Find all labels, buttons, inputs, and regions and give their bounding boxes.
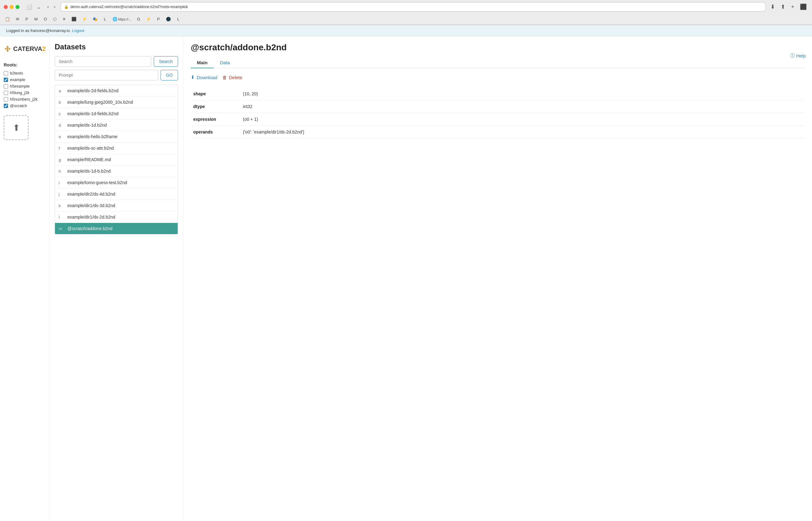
dataset-row-e[interactable]: e example/ds-hello.b2frame bbox=[55, 131, 178, 142]
root-item-scratch[interactable]: @scratch bbox=[4, 103, 46, 109]
tab-overview-button[interactable]: ⬛ bbox=[798, 3, 808, 11]
tab-favicon-14: P bbox=[157, 17, 160, 21]
dataset-row-d[interactable]: d example/ds-1d.b2nd bbox=[55, 119, 178, 131]
back-button[interactable]: ‹ bbox=[45, 3, 51, 10]
row-letter: m bbox=[59, 226, 64, 231]
tab-9[interactable]: 🎭 bbox=[90, 16, 100, 23]
tab-main[interactable]: Main bbox=[191, 58, 214, 68]
row-letter: e bbox=[59, 134, 64, 139]
metadata-key-dtype: dtype bbox=[191, 100, 240, 113]
share-button[interactable]: ⬆ bbox=[779, 3, 787, 11]
root-checkbox-scratch[interactable] bbox=[4, 104, 8, 108]
dataset-row-h[interactable]: h example/ds-1d-b.b2nd bbox=[55, 165, 178, 177]
traffic-lights bbox=[4, 5, 20, 9]
row-letter: j bbox=[59, 192, 64, 197]
dataset-row-l[interactable]: l example/dir1/ds-2d.b2nd bbox=[55, 211, 178, 223]
download-button[interactable]: ⬇ Download bbox=[191, 74, 217, 80]
upload-area[interactable]: ⬆ bbox=[4, 115, 28, 140]
go-button[interactable]: GO bbox=[160, 70, 178, 81]
search-button[interactable]: Search bbox=[154, 56, 178, 67]
tab-data[interactable]: Data bbox=[214, 58, 236, 68]
tab-8[interactable]: ⚡ bbox=[80, 16, 89, 23]
row-letter: i bbox=[59, 180, 64, 185]
tab-11[interactable]: 🌐https://... bbox=[110, 16, 134, 23]
tab-6[interactable]: ✕ bbox=[60, 16, 68, 23]
root-label-h5example: h5example bbox=[10, 84, 30, 89]
tab-15[interactable]: 🌑 bbox=[163, 16, 173, 23]
new-tab-button[interactable]: + bbox=[789, 3, 796, 11]
root-label-h5lung: h5lung_j2k bbox=[10, 90, 29, 95]
delete-button[interactable]: 🗑 Delete bbox=[222, 74, 242, 80]
row-name: example/lung-jpeg2000_10x.b2nd bbox=[67, 100, 133, 105]
tab-favicon-8: ⚡ bbox=[82, 17, 87, 21]
dataset-row-m[interactable]: m @scratch/addone.b2nd bbox=[55, 223, 178, 234]
root-item-h5example[interactable]: h5example bbox=[4, 83, 46, 89]
trash-icon: 🗑 bbox=[222, 75, 227, 80]
root-item-h5lung_j2k[interactable]: h5lung_j2k bbox=[4, 89, 46, 96]
tab-favicon-1: ✉ bbox=[16, 17, 19, 21]
dataset-row-j[interactable]: j example/dir2/ds-4d.b2nd bbox=[55, 188, 178, 200]
datasets-title: Datasets bbox=[55, 43, 178, 51]
tab-10[interactable]: L bbox=[101, 16, 109, 23]
sidebar-toggle-button[interactable]: ⬜ bbox=[25, 3, 34, 10]
tab-favicon-16: L bbox=[177, 17, 179, 21]
tab-16[interactable]: L bbox=[174, 16, 183, 23]
tab-2[interactable]: P bbox=[22, 16, 31, 23]
dataset-row-i[interactable]: i example/tomo-guess-test.b2nd bbox=[55, 177, 178, 188]
dataset-row-a[interactable]: a example/ds-2d-fields.b2nd bbox=[55, 85, 178, 96]
metadata-value-dtype: int32 bbox=[240, 100, 805, 113]
root-label-b2tests: b2tests bbox=[10, 71, 23, 75]
tab-13[interactable]: ⚡ bbox=[144, 16, 153, 23]
tab-4[interactable]: O bbox=[41, 16, 50, 23]
window-menu-button[interactable]: ⌄ bbox=[35, 3, 42, 10]
tab-5[interactable]: ⬡ bbox=[50, 16, 59, 23]
tab-1[interactable]: ✉ bbox=[13, 16, 22, 23]
root-checkbox-h5example[interactable] bbox=[4, 84, 8, 89]
dataset-row-c[interactable]: c example/ds-1d-fields.b2nd bbox=[55, 108, 178, 119]
dataset-row-b[interactable]: b example/lung-jpeg2000_10x.b2nd bbox=[55, 96, 178, 108]
maximize-window-button[interactable] bbox=[16, 5, 20, 9]
root-checkbox-h5lung[interactable] bbox=[4, 91, 8, 95]
dataset-row-f[interactable]: f example/ds-sc-attr.b2nd bbox=[55, 142, 178, 154]
row-name: example/dir1/ds-2d.b2nd bbox=[67, 214, 115, 220]
address-bar[interactable]: 🔒 demo-auth.caterva2.net/roots/@scratch/… bbox=[61, 2, 766, 12]
dataset-row-k[interactable]: k example/dir1/ds-3d.b2nd bbox=[55, 200, 178, 211]
tab-12[interactable]: G bbox=[134, 16, 143, 23]
tab-favicon-4: O bbox=[44, 17, 47, 21]
metadata-key-operands: operands bbox=[191, 126, 240, 138]
row-name: example/README.md bbox=[67, 157, 111, 162]
download-label: Download bbox=[197, 75, 217, 80]
tab-7[interactable]: ⬛ bbox=[69, 16, 79, 23]
row-letter: l bbox=[59, 215, 64, 220]
logo-area: CATERVA2 bbox=[4, 41, 46, 56]
tab-favicon-10: L bbox=[104, 17, 106, 21]
tab-0[interactable]: 📋 bbox=[2, 16, 13, 23]
browser-chrome: ⬜ ⌄ ‹ › 🔒 demo-auth.caterva2.net/roots/@… bbox=[0, 0, 812, 25]
root-checkbox-b2tests[interactable] bbox=[4, 71, 8, 75]
app-container: CATERVA2 Roots: b2tests example h5exampl… bbox=[0, 36, 812, 521]
download-page-button[interactable]: ⬇ bbox=[769, 3, 776, 11]
dataset-row-g[interactable]: g example/README.md bbox=[55, 154, 178, 165]
root-checkbox-example[interactable] bbox=[4, 77, 8, 82]
root-item-h5numbers_j2k[interactable]: h5numbers_j2k bbox=[4, 96, 46, 103]
login-bar: Logged in as francesc@ironarray.io. Logo… bbox=[0, 25, 812, 36]
search-input[interactable] bbox=[55, 56, 151, 67]
logout-link[interactable]: Logout bbox=[72, 28, 85, 33]
minimize-window-button[interactable] bbox=[9, 5, 14, 9]
metadata-value-shape: (10, 20) bbox=[240, 88, 805, 100]
tab-3[interactable]: M bbox=[32, 16, 40, 23]
tab-14[interactable]: P bbox=[154, 16, 163, 23]
row-letter: b bbox=[59, 100, 64, 105]
forward-button[interactable]: › bbox=[52, 3, 57, 10]
root-item-example[interactable]: example bbox=[4, 76, 46, 83]
root-item-b2tests[interactable]: b2tests bbox=[4, 70, 46, 76]
close-window-button[interactable] bbox=[4, 5, 8, 9]
root-checkbox-h5numbers[interactable] bbox=[4, 97, 8, 101]
metadata-row-operands: operands {'o0': 'example/dir1/ds-2d.b2nd… bbox=[191, 126, 805, 138]
tab-favicon-0: 📋 bbox=[5, 17, 10, 21]
prompt-input[interactable] bbox=[55, 70, 158, 81]
metadata-value-operands: {'o0': 'example/dir1/ds-2d.b2nd'} bbox=[240, 126, 805, 138]
row-name: example/ds-1d-fields.b2nd bbox=[67, 111, 118, 116]
help-button[interactable]: ⓘ Help bbox=[790, 53, 806, 59]
row-name: example/ds-1d-b.b2nd bbox=[67, 168, 111, 174]
